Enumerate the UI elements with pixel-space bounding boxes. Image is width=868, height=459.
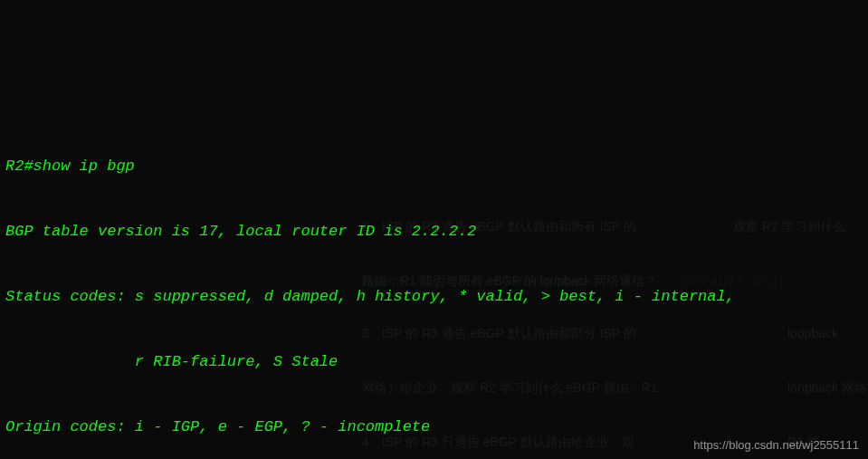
bgp-header-status-codes-1: Status codes: s suppressed, d damped, h … [5,286,863,308]
terminal[interactable]: 2、ISP 的 R3 通告 eBGP 默认路由和所有 ISP 的 路由；R1 能… [0,0,868,459]
bgp-header-version: BGP table version is 17, local router ID… [5,221,863,243]
bgp-header-origin-codes: Origin codes: i - IGP, e - EGP, ? - inco… [5,416,863,438]
cli-command: R2#show ip bgp [5,156,863,177]
bgp-header-status-codes-2: r RIB-failure, S Stale [5,351,863,373]
